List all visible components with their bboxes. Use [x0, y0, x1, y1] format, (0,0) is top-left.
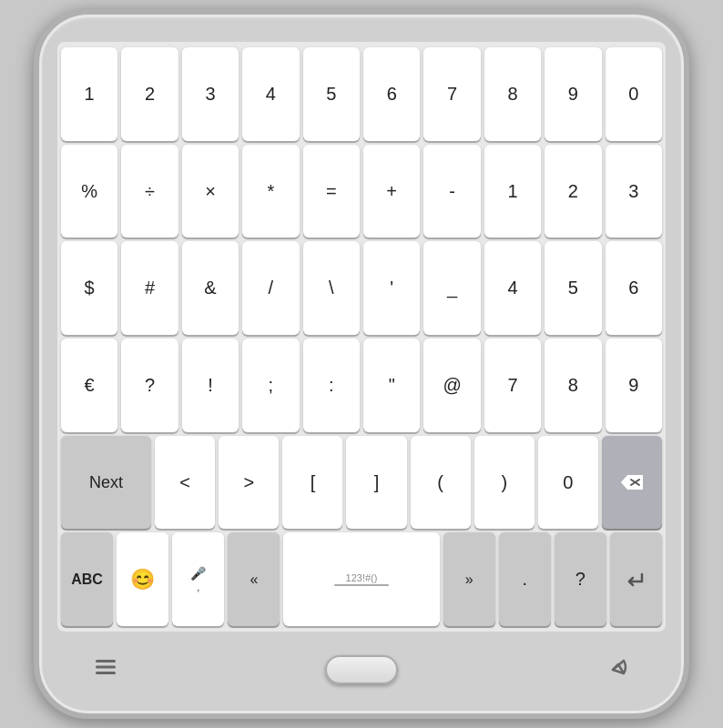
key-less-than[interactable]: <	[155, 436, 215, 530]
keyboard-area: 1 2 3 4 5 6 7 8 9 0 % ÷ × * = + - 1 2 3 …	[57, 42, 666, 632]
key-num6[interactable]: 6	[606, 241, 662, 335]
key-euro[interactable]: €	[61, 339, 117, 432]
backspace-icon	[619, 473, 645, 491]
question-button[interactable]: ?	[555, 532, 606, 626]
key-5[interactable]: 5	[303, 47, 360, 141]
svg-rect-5	[96, 672, 116, 674]
key-num1[interactable]: 1	[484, 145, 541, 238]
mic-comma-button[interactable]: 🎤 ,	[172, 532, 224, 626]
key-backslash[interactable]: \	[303, 241, 360, 335]
space-underline	[334, 584, 389, 586]
key-dollar[interactable]: $	[61, 241, 117, 335]
key-4[interactable]: 4	[242, 47, 299, 141]
svg-rect-3	[96, 660, 116, 662]
key-num9[interactable]: 9	[606, 339, 662, 432]
key-colon[interactable]: :	[303, 339, 360, 432]
key-row-3: $ # & / \ ' _ 4 5 6	[61, 241, 662, 335]
key-apostrophe[interactable]: '	[363, 241, 420, 335]
key-at[interactable]: @	[423, 339, 480, 432]
key-hash[interactable]: #	[121, 241, 178, 335]
key-paren-open[interactable]: (	[411, 436, 471, 530]
key-7[interactable]: 7	[423, 47, 480, 141]
svg-marker-0	[621, 475, 643, 490]
key-minus[interactable]: -	[423, 145, 480, 238]
key-num4[interactable]: 4	[484, 241, 541, 335]
key-row-5: Next < > [ ] ( ) 0	[61, 436, 662, 530]
key-row-6: ABC 😊 🎤 , « 123!#() » . ?	[61, 532, 662, 626]
svg-rect-4	[96, 666, 116, 669]
enter-icon	[624, 571, 647, 589]
key-ampersand[interactable]: &	[182, 241, 239, 335]
enter-button[interactable]	[610, 532, 662, 626]
right-arrows-button[interactable]: »	[443, 532, 495, 626]
key-plus[interactable]: +	[363, 145, 420, 238]
nav-bar	[57, 632, 666, 695]
key-exclamation[interactable]: !	[182, 339, 239, 432]
key-6[interactable]: 6	[363, 47, 420, 141]
menu-icon[interactable]	[94, 658, 117, 682]
key-0[interactable]: 0	[606, 47, 662, 141]
key-num2[interactable]: 2	[545, 145, 601, 238]
key-row-4: € ? ! ; : " @ 7 8 9	[61, 339, 662, 432]
key-1[interactable]: 1	[61, 47, 117, 141]
key-multiply[interactable]: ×	[182, 145, 239, 238]
key-asterisk[interactable]: *	[242, 145, 299, 238]
key-doublequote[interactable]: "	[363, 339, 420, 432]
key-percent[interactable]: %	[61, 145, 117, 238]
abc-button[interactable]: ABC	[61, 532, 113, 626]
key-zero[interactable]: 0	[538, 436, 598, 530]
key-paren-close[interactable]: )	[474, 436, 535, 530]
key-underscore[interactable]: _	[423, 241, 480, 335]
left-arrows-button[interactable]: «	[228, 532, 280, 626]
key-bracket-close[interactable]: ]	[346, 436, 406, 530]
key-slash[interactable]: /	[242, 241, 299, 335]
key-greater-than[interactable]: >	[219, 436, 279, 530]
comma-label: ,	[197, 581, 199, 592]
space-button[interactable]: 123!#()	[283, 532, 439, 626]
key-question-mark[interactable]: ?	[121, 339, 178, 432]
key-bracket-open[interactable]: [	[282, 436, 342, 530]
back-icon[interactable]	[606, 657, 629, 682]
key-row-2: % ÷ × * = + - 1 2 3	[61, 145, 662, 238]
key-num8[interactable]: 8	[545, 339, 601, 432]
key-num5[interactable]: 5	[545, 241, 601, 335]
home-button[interactable]	[325, 655, 398, 684]
key-num7[interactable]: 7	[484, 339, 541, 432]
key-num3[interactable]: 3	[606, 145, 662, 238]
key-8[interactable]: 8	[484, 47, 541, 141]
period-button[interactable]: .	[499, 532, 551, 626]
key-2[interactable]: 2	[121, 47, 178, 141]
next-button[interactable]: Next	[61, 436, 151, 530]
emoji-button[interactable]: 😊	[117, 532, 168, 626]
key-semicolon[interactable]: ;	[242, 339, 299, 432]
key-9[interactable]: 9	[545, 47, 601, 141]
key-divide[interactable]: ÷	[121, 145, 178, 238]
phone-frame: 1 2 3 4 5 6 7 8 9 0 % ÷ × * = + - 1 2 3 …	[34, 9, 689, 719]
key-row-1: 1 2 3 4 5 6 7 8 9 0	[61, 47, 662, 141]
microphone-icon: 🎤	[190, 566, 206, 581]
backspace-button[interactable]	[602, 436, 662, 530]
key-equals[interactable]: =	[303, 145, 360, 238]
space-label: 123!#()	[346, 572, 378, 583]
key-3[interactable]: 3	[182, 47, 239, 141]
